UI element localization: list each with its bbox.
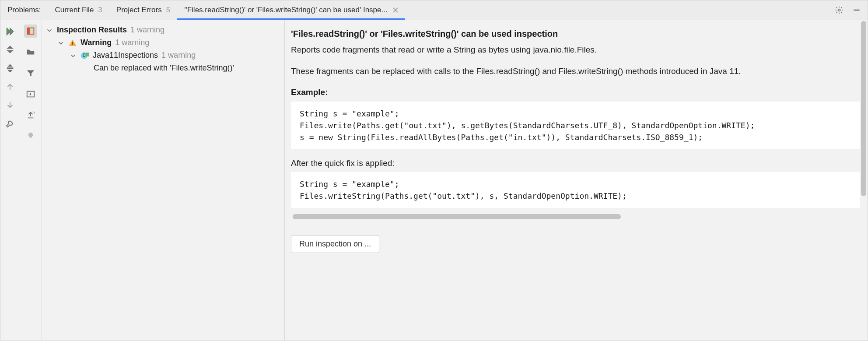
tree-warning-count: 1 warning (115, 38, 149, 47)
code-before: String s = "example"; Files.write(Paths.… (291, 102, 860, 149)
svg-text:C: C (83, 53, 86, 58)
detail-title: 'Files.readString()' or 'Files.writeStri… (291, 27, 860, 40)
tab-current-file-count: 3 (96, 6, 102, 14)
prev-icon[interactable] (5, 81, 15, 92)
java-class-icon: C (80, 51, 89, 60)
tree-warning-label: Warning (80, 38, 112, 47)
tab-inspection-results[interactable]: ''Files.readString()' or 'Files.writeStr… (177, 0, 405, 20)
tab-project-errors-label: Project Errors (116, 6, 162, 14)
left-toolstrip-2 (20, 20, 42, 341)
tree-class-label: Java11Inspections (93, 51, 158, 60)
chevron-down-icon (57, 39, 65, 47)
left-toolstrip-1 (0, 20, 20, 341)
wrench-icon[interactable] (5, 118, 15, 129)
tree-class-count: 1 warning (161, 51, 196, 60)
svg-rect-8 (86, 53, 89, 56)
tree-class[interactable]: C Java11Inspections 1 warning (46, 49, 284, 62)
svg-rect-4 (72, 42, 73, 44)
close-icon[interactable] (392, 7, 399, 14)
tree-root-count: 1 warning (130, 25, 164, 35)
after-label: After the quick fix is applied: (291, 157, 860, 170)
inspection-tree: Inspection Results 1 warning Warning 1 w… (42, 20, 285, 341)
chevron-down-icon (46, 26, 53, 34)
tree-root-label: Inspection Results (57, 25, 127, 35)
tab-project-errors[interactable]: Project Errors 5 (109, 0, 177, 20)
rerun-icon[interactable] (5, 26, 15, 37)
example-label: Example: (291, 86, 860, 99)
detail-paragraph-2: These fragments can be replaced with cal… (291, 65, 860, 78)
preview-panel-icon[interactable] (24, 88, 37, 101)
tree-leaf[interactable]: Can be replaced with 'Files.writeString(… (46, 62, 284, 74)
code-after: String s = "example"; Files.writeString(… (291, 172, 860, 208)
svg-rect-2 (28, 28, 30, 35)
tab-inspection-results-label: ''Files.readString()' or 'Files.writeStr… (184, 6, 387, 14)
tree-warning[interactable]: Warning 1 warning (46, 36, 284, 49)
horizontal-scrollbar[interactable] (291, 213, 860, 220)
problems-label: Problems: (0, 0, 48, 20)
svg-rect-5 (72, 44, 73, 45)
tab-current-file-label: Current File (55, 6, 94, 14)
chevron-down-icon (69, 52, 77, 60)
expand-all-icon[interactable] (5, 45, 15, 55)
tab-current-file[interactable]: Current File 3 (48, 0, 109, 20)
highlight-icon[interactable] (24, 25, 37, 38)
svg-point-0 (838, 9, 840, 11)
vertical-scrollbar[interactable] (860, 20, 868, 341)
problems-tool-window: Problems: Current File 3 Project Errors … (0, 0, 868, 341)
tree-leaf-label: Can be replaced with 'Files.writeString(… (94, 63, 234, 73)
detail-paragraph-1: Reports code fragments that read or writ… (291, 44, 860, 56)
warning-icon (68, 39, 77, 47)
gear-icon[interactable] (834, 5, 844, 15)
inspection-detail: 'Files.readString()' or 'Files.writeStri… (285, 20, 860, 341)
next-icon[interactable] (5, 100, 15, 110)
tab-bar: Problems: Current File 3 Project Errors … (0, 0, 868, 20)
minimize-icon[interactable] (852, 5, 861, 15)
bulb-icon[interactable] (24, 130, 37, 143)
tree-root[interactable]: Inspection Results 1 warning (46, 24, 284, 36)
tab-project-errors-count: 5 (164, 6, 170, 14)
run-inspection-button[interactable]: Run inspection on ... (291, 235, 379, 253)
collapse-all-icon[interactable] (5, 63, 15, 74)
filter-icon[interactable] (24, 67, 37, 80)
export-icon[interactable] (24, 109, 37, 122)
folder-icon[interactable] (24, 46, 37, 59)
